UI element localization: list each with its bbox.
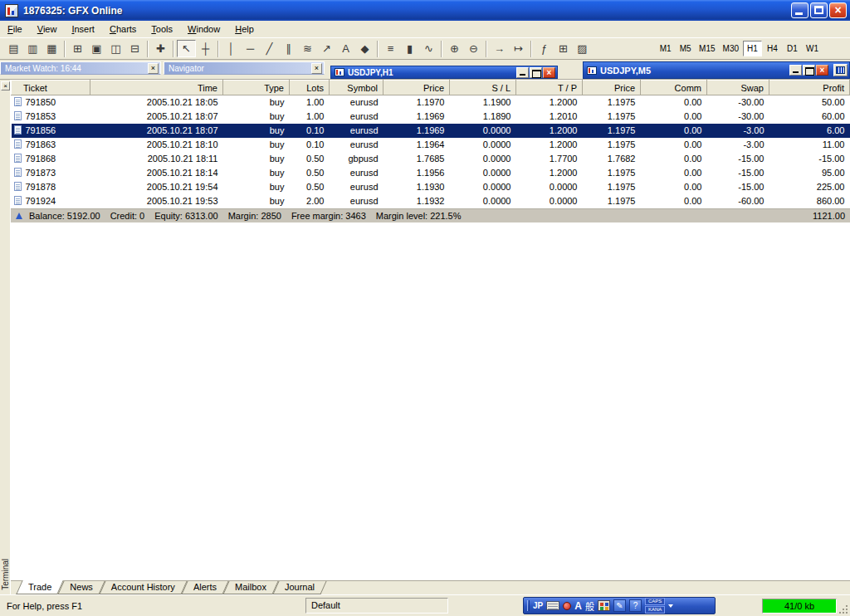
new-chart-button[interactable]: ▤	[4, 40, 23, 57]
menu-item-tools[interactable]: Tools	[144, 21, 180, 37]
crosshair-button[interactable]: ┼	[196, 40, 215, 57]
column-header-profit-11[interactable]: Profit	[769, 81, 850, 95]
zoom-out-button[interactable]: ⊖	[464, 40, 483, 57]
fibonacci-button[interactable]: ≋	[298, 40, 317, 57]
menu-item-view[interactable]: View	[30, 21, 65, 37]
trade-row-791863[interactable]: 7918632005.10.21 18:10buy0.10eurusd1.196…	[12, 138, 850, 152]
candlestick-chart-button[interactable]: ▮	[400, 40, 419, 57]
trade-row-791878[interactable]: 7918782005.10.21 19:54buy0.50eurusd1.193…	[12, 180, 850, 194]
kana-button[interactable]: KANA	[645, 606, 665, 614]
ime-status-icon[interactable]	[563, 602, 571, 610]
chart-usdjpy-h1-titlebar[interactable]: USDJPY,H1	[330, 66, 558, 79]
tab-alerts[interactable]: Alerts	[184, 581, 226, 594]
market-watch-close-button[interactable]	[148, 63, 159, 74]
trade-row-791868[interactable]: 7918682005.10.21 18:11buy0.50gbpusd1.768…	[12, 152, 850, 166]
timeframe-w1-button[interactable]: W1	[803, 41, 822, 56]
app-icon[interactable]	[5, 4, 18, 17]
menu-item-window[interactable]: Window	[180, 21, 227, 37]
chart1-maximize-button[interactable]	[530, 67, 542, 78]
menu-item-insert[interactable]: Insert	[64, 21, 102, 37]
title-bar[interactable]: 1876325: GFX Online	[0, 0, 850, 21]
new-order-button[interactable]: ✚	[151, 40, 170, 57]
tab-mailbox[interactable]: Mailbox	[226, 581, 276, 594]
maximize-button[interactable]	[810, 2, 828, 18]
bar-chart-button[interactable]: ≡	[381, 40, 400, 57]
column-header-price-8[interactable]: Price	[583, 81, 641, 95]
menu-item-charts[interactable]: Charts	[102, 21, 144, 37]
tab-account-history[interactable]: Account History	[102, 581, 184, 594]
auto-scroll-button[interactable]: →	[490, 40, 509, 57]
arrows-button[interactable]: ↗	[317, 40, 336, 57]
text-button[interactable]: A	[336, 40, 355, 57]
indicators-button[interactable]: ƒ	[535, 40, 554, 57]
data-window-button[interactable]: ▣	[87, 40, 106, 57]
terminal-close-button[interactable]	[1, 81, 10, 90]
connection-status[interactable]: 41/0 kb	[762, 599, 837, 614]
column-header-time-1[interactable]: Time	[90, 81, 223, 95]
market-watch-button[interactable]: ⊞	[68, 40, 87, 57]
minimize-button[interactable]	[791, 2, 808, 18]
trade-row-791873[interactable]: 7918732005.10.21 18:14buy0.50eurusd1.195…	[12, 166, 850, 180]
cursor-button[interactable]: ↖	[177, 40, 196, 57]
market-watch-panel-header[interactable]: Market Watch: 16:44	[0, 61, 161, 75]
terminal-button[interactable]: ⊟	[125, 40, 144, 57]
tab-trade[interactable]: Trade	[19, 581, 61, 594]
chart1-minimize-button[interactable]	[516, 67, 529, 78]
column-header-ticket-0[interactable]: Ticket	[12, 81, 90, 95]
templates-button[interactable]: ▨	[573, 40, 592, 57]
line-chart-button[interactable]: ∿	[419, 40, 438, 57]
ime-minimize-chevron[interactable]	[668, 604, 673, 608]
navigator-button[interactable]: ◫	[106, 40, 125, 57]
tab-journal[interactable]: Journal	[276, 581, 324, 594]
timeframe-m5-button[interactable]: M5	[676, 41, 695, 56]
column-header-type-2[interactable]: Type	[223, 81, 290, 95]
zoom-in-button[interactable]: ⊕	[445, 40, 464, 57]
shapes-button[interactable]: ◆	[355, 40, 374, 57]
ime-pad-button[interactable]	[598, 600, 610, 611]
menu-item-help[interactable]: Help	[227, 21, 261, 37]
trade-row-791856[interactable]: 7918562005.10.21 18:07buy0.10eurusd1.196…	[12, 124, 850, 138]
caps-button[interactable]: CAPS	[645, 598, 665, 605]
column-header-s-l-6[interactable]: S / L	[450, 81, 516, 95]
navigator-close-button[interactable]	[311, 63, 322, 74]
minimized-chart-icon[interactable]	[833, 64, 848, 76]
timeframe-d1-button[interactable]: D1	[783, 41, 802, 56]
chart1-close-button[interactable]	[543, 67, 555, 78]
trade-row-791853[interactable]: 7918532005.10.21 18:07buy1.00eurusd1.196…	[12, 110, 850, 124]
vertical-line-button[interactable]: │	[222, 40, 241, 57]
ime-grip[interactable]	[527, 600, 530, 611]
menu-item-file[interactable]: File	[0, 21, 30, 37]
column-header-symbol-4[interactable]: Symbol	[330, 81, 383, 95]
tab-news[interactable]: News	[61, 581, 102, 594]
chart2-minimize-button[interactable]	[789, 65, 802, 76]
chart2-maximize-button[interactable]	[803, 65, 815, 76]
trade-row-791850[interactable]: 7918502005.10.21 18:05buy1.00eurusd1.197…	[12, 95, 850, 110]
chart-shift-button[interactable]: ↦	[509, 40, 528, 57]
column-header-swap-10[interactable]: Swap	[707, 81, 769, 95]
keyboard-icon[interactable]	[546, 601, 559, 610]
trendline-button[interactable]: ╱	[260, 40, 279, 57]
timeframe-h4-button[interactable]: H4	[763, 41, 782, 56]
equidistant-channel-button[interactable]: ∥	[279, 40, 298, 57]
column-header-comm-9[interactable]: Comm	[641, 81, 707, 95]
ime-conversion-mode[interactable]: 般	[585, 599, 594, 613]
tile-windows-button[interactable]: ⊞	[554, 40, 573, 57]
timeframe-m30-button[interactable]: M30	[720, 41, 742, 56]
profile-selector[interactable]: Default	[305, 598, 448, 614]
chart-usdjpy-m5-titlebar[interactable]: USDJPY,M5	[583, 61, 850, 79]
profiles-button[interactable]: ▥	[23, 40, 42, 57]
column-header-price-5[interactable]: Price	[383, 81, 450, 95]
ime-pen-button[interactable]	[613, 599, 626, 612]
column-header-t-p-7[interactable]: T / P	[516, 81, 583, 95]
timeframe-h1-button[interactable]: H1	[743, 41, 762, 56]
timeframe-m1-button[interactable]: M1	[656, 41, 675, 56]
column-header-lots-3[interactable]: Lots	[290, 81, 330, 95]
trade-row-791924[interactable]: 7919242005.10.21 19:53buy2.00eurusd1.193…	[12, 194, 850, 208]
print-button[interactable]: ▦	[42, 40, 61, 57]
resize-grip[interactable]	[838, 604, 848, 614]
timeframe-m15-button[interactable]: M15	[696, 41, 718, 56]
close-button[interactable]	[829, 2, 847, 18]
navigator-panel-header[interactable]: Navigator	[164, 61, 325, 75]
chart2-close-button[interactable]	[816, 65, 828, 76]
ime-help-button[interactable]: ?	[629, 599, 642, 612]
